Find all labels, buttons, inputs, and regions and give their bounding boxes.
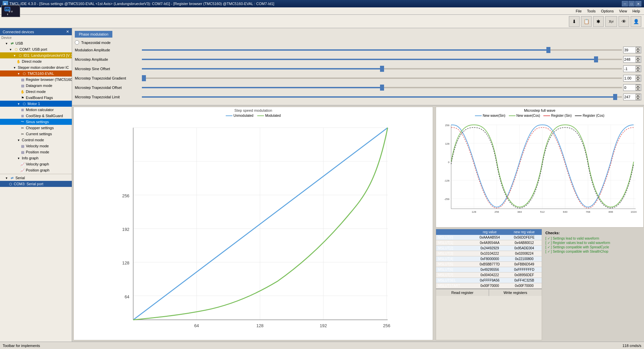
sidebar-item-usb[interactable]: ▾ ⇌ USB: [0, 40, 72, 46]
sidebar-item-velgraph[interactable]: 📈 Velocity graph: [0, 161, 72, 167]
reg-val-1: 0x4A9554AA: [473, 240, 507, 246]
close-button[interactable]: ✕: [635, 1, 641, 6]
sidebar-item-id1[interactable]: ▾ ⬡ ID1: LandungsbrueckeV3 [V 3.09]: [0, 52, 72, 58]
menu-tools[interactable]: Tools: [584, 8, 598, 14]
menu-options[interactable]: Options: [598, 8, 616, 14]
param-slider-0[interactable]: [142, 49, 622, 51]
reg-name-0: MSLUT[0]: [436, 235, 473, 240]
svg-text:128: 128: [122, 260, 129, 265]
expand-icon: ▾: [4, 41, 9, 46]
sidebar-item-controlmode[interactable]: ▾ Control mode: [0, 137, 72, 143]
checks-area: Checks: [ ✓ ] Settings lead to valid wav…: [543, 229, 644, 342]
spin-up-0[interactable]: ▲: [636, 47, 640, 50]
sidebar-item-evalboard[interactable]: ⚑ EvalBoard Flags: [0, 95, 72, 101]
status-left: Toolbar for implements: [3, 344, 40, 348]
spin-down-3[interactable]: ▼: [636, 78, 640, 81]
sidebar-item-motor1[interactable]: ▾ ⬡ Motor 1: [0, 101, 72, 107]
minimize-button[interactable]: ─: [622, 1, 628, 6]
spin-up-4[interactable]: ▲: [636, 85, 640, 88]
spin-up-3[interactable]: ▲: [636, 75, 640, 78]
svg-text:0 V: 0 V: [9, 10, 13, 13]
col-name: [436, 229, 473, 235]
reg-newval-6: 0xFFFFFFFD: [507, 267, 542, 272]
sidebar-item-direct2[interactable]: ✋ Direct mode: [0, 89, 72, 95]
sidebar-item-position[interactable]: ▤ Position mode: [0, 149, 72, 155]
sidebar-item-motion[interactable]: ⊞ Motion calculator: [0, 107, 72, 113]
sidebar-item-com3[interactable]: ⬡ COM3: Serial port: [0, 181, 72, 187]
sidebar-item-current[interactable]: ✂ Current settings: [0, 131, 72, 137]
param-slider-area-5: 247 ▲ ▼: [142, 94, 641, 100]
toolbar-file[interactable]: 📋: [581, 16, 592, 27]
sidebar-item-infograph[interactable]: ▾ Info graph: [0, 155, 72, 161]
spin-1: ▲ ▼: [636, 56, 640, 62]
sidebar-label-velgraph: Velocity graph: [26, 162, 49, 166]
param-slider-4[interactable]: [142, 87, 622, 88]
sidebar-item-coolstep[interactable]: ⊞ CoolStep & StallGuard: [0, 113, 72, 119]
serial-icon: ⇌: [10, 176, 14, 180]
svg-text:64: 64: [194, 323, 199, 328]
cool-icon: ⊞: [20, 113, 25, 118]
reg-table-row: MSLUT[3]0x101042220x02008224: [436, 251, 542, 256]
write-registers-button[interactable]: Write registers: [489, 289, 542, 296]
reg-val-5: 0xB5BB777D: [473, 262, 507, 267]
legend-label-newcos: New wave(Cos): [517, 114, 540, 117]
param-slider-2[interactable]: [142, 68, 622, 69]
col-newreg: new reg value: [507, 229, 542, 235]
param-slider-1[interactable]: [142, 59, 622, 60]
phase-tab[interactable]: Phase modulation: [75, 31, 112, 38]
sidebar-item-regbrowser[interactable]: ▤ Register browser (TMC5160): [0, 77, 72, 83]
sidebar-item-stepper[interactable]: ▾ Stepper motion controller driver IC: [0, 64, 72, 70]
sidebar-label-sinus: Sinus settings: [26, 120, 49, 124]
toolbar-xy[interactable]: Xyi: [605, 16, 617, 27]
toolbar-download[interactable]: ⬇: [569, 16, 580, 27]
sidebar-item-velocity[interactable]: ▤ Velocity mode: [0, 143, 72, 149]
step-chart-legend: Unmodulated Modulated: [74, 114, 433, 117]
toolbar-eye[interactable]: 👁: [619, 16, 629, 27]
spin-0: ▲ ▼: [636, 47, 640, 53]
spin-5: ▲ ▼: [636, 94, 640, 100]
svg-text:1024: 1024: [631, 210, 637, 213]
expand-icon-info: ▾: [16, 156, 21, 160]
read-register-button[interactable]: Read register: [436, 289, 489, 296]
legend-regcos: Register (Cos): [575, 114, 604, 117]
legend-color-newcos: [509, 115, 516, 116]
sidebar-item-sinus[interactable]: 〜 Sinus settings: [0, 119, 72, 125]
reg-table-row: MSLUT[6]0x492955560xFFFFFFFD: [436, 267, 542, 272]
register-table: reg value new reg value MSLUT[0]0xAAAAB5…: [436, 229, 542, 289]
spin-up-5[interactable]: ▲: [636, 94, 640, 97]
spin-down-4[interactable]: ▼: [636, 88, 640, 91]
sidebar-item-tmc5160[interactable]: ▾ ⬡ TMC5160-EVAL: [0, 70, 72, 77]
sidebar-item-serial[interactable]: ▾ ⇌ Serial: [0, 175, 72, 181]
sidebar-close-icon[interactable]: ✕: [66, 30, 69, 34]
spin-3: ▲ ▼: [636, 75, 640, 81]
svg-text:64: 64: [124, 294, 129, 299]
legend-label-unmod: Unmodulated: [233, 114, 253, 117]
spin-up-1[interactable]: ▲: [636, 56, 640, 59]
menu-file[interactable]: File: [573, 8, 584, 14]
maximize-button[interactable]: □: [629, 1, 635, 6]
sidebar-item-chopper[interactable]: ✂ Chopper settings: [0, 125, 72, 131]
menu-help[interactable]: Help: [630, 8, 643, 14]
sidebar-label-regbrowser: Register browser (TMC5160): [26, 78, 72, 82]
toolbar-tool[interactable]: ✱: [593, 16, 604, 27]
menu-view[interactable]: View: [616, 8, 630, 14]
spin-down-2[interactable]: ▼: [636, 69, 640, 72]
param-slider-5[interactable]: [142, 96, 622, 98]
microstep-svg: 256 128 0 -128 -256 128 256 384 512 640 …: [436, 118, 637, 215]
spin-down-5[interactable]: ▼: [636, 97, 640, 100]
sidebar-item-direct1[interactable]: ✋ Direct mode: [0, 58, 72, 64]
sidebar-label-usb: USB: [15, 41, 23, 45]
expand-icon-com7: ▾: [8, 47, 13, 52]
sidebar-item-datagram[interactable]: ▤ Datagram mode: [0, 83, 72, 89]
spin-down-0[interactable]: ▼: [636, 50, 640, 53]
spin-down-1[interactable]: ▼: [636, 59, 640, 62]
param-slider-3[interactable]: [142, 78, 622, 79]
toolbar-user[interactable]: 👤: [631, 16, 641, 27]
svg-text:256: 256: [383, 323, 390, 328]
pos-icon: ▤: [20, 150, 25, 154]
sidebar-item-posgraph[interactable]: 📈 Position graph: [0, 167, 72, 173]
sidebar-item-com7[interactable]: ▾ ⬡ COM7: USB port: [0, 46, 72, 52]
trapezoidal-radio[interactable]: [75, 40, 79, 45]
spin-up-2[interactable]: ▲: [636, 66, 640, 69]
expand-icon-id1: ▾: [12, 53, 17, 58]
